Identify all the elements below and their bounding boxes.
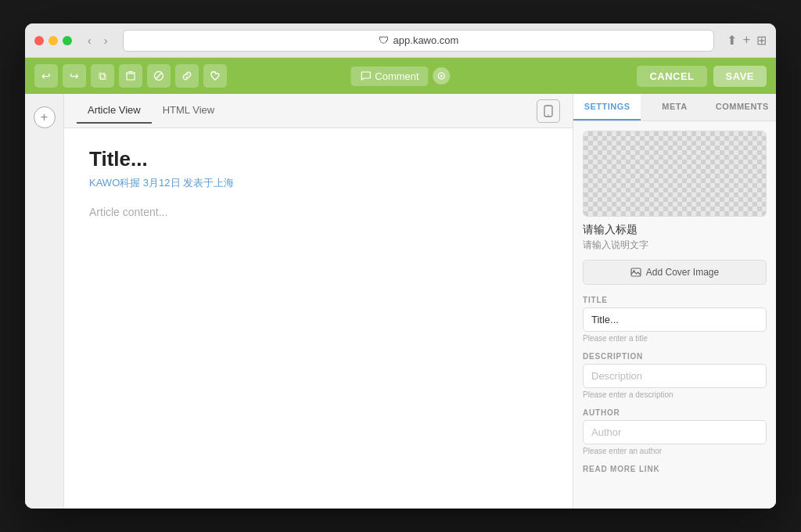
maximize-button[interactable] xyxy=(63,36,72,45)
article-title: Title... xyxy=(89,147,548,171)
title-label: TITLE xyxy=(583,296,767,304)
favorite-button[interactable] xyxy=(203,64,227,88)
right-panel: SETTINGS META COMMENTS 请输入标题 请输入说明文字 Add… xyxy=(573,94,776,509)
minimize-button[interactable] xyxy=(48,36,58,45)
toolbar-left: ↩ ↪ ⧉ xyxy=(34,64,227,88)
tab-html-view[interactable]: HTML View xyxy=(152,98,225,124)
svg-point-6 xyxy=(440,75,443,77)
tab-article-view[interactable]: Article View xyxy=(77,98,152,124)
url-text: app.kawo.com xyxy=(393,34,459,46)
browser-actions: ⬆ + ⊞ xyxy=(727,33,767,48)
new-tab-icon[interactable]: + xyxy=(743,33,750,48)
cover-desc: 请输入说明文字 xyxy=(583,239,767,252)
author-field-group: AUTHOR Please enter an author xyxy=(583,408,767,455)
description-field-group: DESCRIPTION Please enter a description xyxy=(583,352,767,399)
tab-meta[interactable]: META xyxy=(641,94,708,120)
toolbar: ↩ ↪ ⧉ xyxy=(25,58,776,94)
close-button[interactable] xyxy=(34,36,44,45)
author-hint: Please enter an author xyxy=(583,447,767,455)
forward-button[interactable]: › xyxy=(101,31,111,50)
comment-button[interactable]: Comment xyxy=(350,66,428,86)
left-sidebar: + xyxy=(25,94,64,509)
add-block-button[interactable]: + xyxy=(34,106,56,128)
tab-settings[interactable]: SETTINGS xyxy=(573,94,641,120)
main-area: + Article View HTML View Title... KAWO科握… xyxy=(25,94,776,509)
tab-comments[interactable]: COMMENTS xyxy=(709,94,776,120)
author-label: AUTHOR xyxy=(583,408,767,417)
browser-window: ‹ › 🛡 app.kawo.com ⬆ + ⊞ ↩ ↪ ⧉ xyxy=(25,23,776,509)
plus-icon: + xyxy=(41,110,48,124)
add-cover-label: Add Cover Image xyxy=(646,267,719,278)
cover-title: 请输入标题 xyxy=(583,223,767,237)
browser-titlebar: ‹ › 🛡 app.kawo.com ⬆ + ⊞ xyxy=(25,23,776,58)
url-bar[interactable]: 🛡 app.kawo.com xyxy=(123,30,713,52)
copy-button[interactable]: ⧉ xyxy=(91,64,114,88)
svg-line-4 xyxy=(156,73,162,79)
link-button[interactable] xyxy=(175,64,199,88)
article-body[interactable]: Article content... xyxy=(89,206,548,218)
traffic-lights xyxy=(34,36,72,45)
save-button[interactable]: SAVE xyxy=(713,66,767,87)
author-input[interactable] xyxy=(583,420,767,444)
editor-area: Article View HTML View Title... KAWO科握 3… xyxy=(64,94,573,509)
mobile-preview-icon[interactable] xyxy=(537,99,560,123)
comment-label: Comment xyxy=(375,70,418,82)
editor-tabs: Article View HTML View xyxy=(64,94,573,128)
no-button[interactable] xyxy=(147,64,171,88)
app-container: ↩ ↪ ⧉ xyxy=(25,58,776,509)
cover-image-area xyxy=(583,131,767,217)
share-icon[interactable]: ⬆ xyxy=(727,33,737,48)
editor-content[interactable]: Title... KAWO科握 3月12日 发表于上海 Article cont… xyxy=(64,128,573,509)
toolbar-indicator xyxy=(433,67,451,84)
toolbar-right: CANCEL SAVE xyxy=(637,66,767,87)
read-more-field-group: READ MORE LINK xyxy=(583,465,767,473)
toolbar-center: Comment xyxy=(350,66,450,86)
delete-button[interactable] xyxy=(119,64,142,88)
add-cover-button[interactable]: Add Cover Image xyxy=(583,260,767,285)
undo-button[interactable]: ↩ xyxy=(34,64,58,88)
description-label: DESCRIPTION xyxy=(583,352,767,361)
right-panel-content: 请输入标题 请输入说明文字 Add Cover Image TITLE Plea… xyxy=(573,121,776,509)
back-button[interactable]: ‹ xyxy=(84,31,95,50)
svg-rect-0 xyxy=(127,74,135,80)
title-hint: Please enter a title xyxy=(583,334,767,343)
cancel-button[interactable]: CANCEL xyxy=(637,66,706,87)
read-more-label: READ MORE LINK xyxy=(583,465,767,473)
description-hint: Please enter a description xyxy=(583,390,767,399)
security-icon: 🛡 xyxy=(379,34,389,46)
right-panel-tabs: SETTINGS META COMMENTS xyxy=(573,94,776,121)
grid-icon[interactable]: ⊞ xyxy=(756,33,767,48)
title-input[interactable] xyxy=(583,307,767,332)
article-meta: KAWO科握 3月12日 发表于上海 xyxy=(89,176,548,190)
redo-button[interactable]: ↪ xyxy=(63,64,86,88)
svg-point-8 xyxy=(548,114,549,116)
title-field-group: TITLE Please enter a title xyxy=(583,296,767,343)
description-input[interactable] xyxy=(583,364,767,388)
image-icon xyxy=(630,267,641,278)
